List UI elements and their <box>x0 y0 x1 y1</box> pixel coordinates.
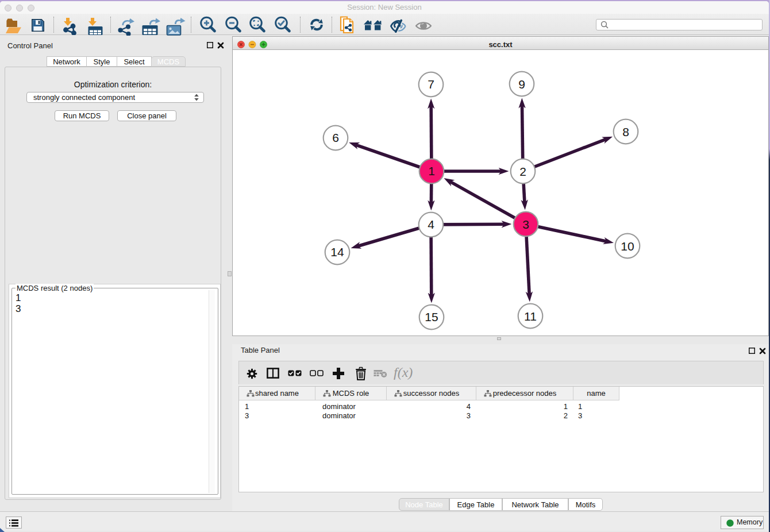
svg-text:3: 3 <box>522 218 529 231</box>
svg-text:15: 15 <box>425 310 438 323</box>
svg-text:14: 14 <box>330 245 344 259</box>
svg-text:2: 2 <box>519 165 526 178</box>
svg-text:6: 6 <box>332 131 339 144</box>
svg-text:4: 4 <box>428 218 434 231</box>
svg-text:1: 1 <box>428 164 435 178</box>
svg-text:8: 8 <box>622 125 629 138</box>
svg-text:11: 11 <box>524 310 537 323</box>
svg-text:7: 7 <box>428 78 434 91</box>
svg-text:10: 10 <box>621 240 634 253</box>
svg-text:9: 9 <box>518 78 525 91</box>
